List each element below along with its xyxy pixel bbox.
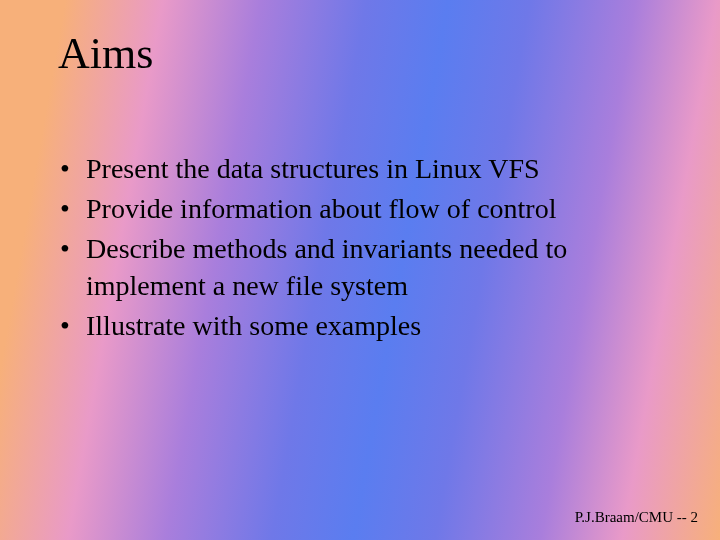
slide-footer: P.J.Braam/CMU -- 2 (575, 509, 698, 526)
bullet-list: Present the data structures in Linux VFS… (58, 150, 660, 347)
slide-title: Aims (58, 28, 153, 79)
slide: Aims Present the data structures in Linu… (0, 0, 720, 540)
list-item: Present the data structures in Linux VFS (58, 150, 660, 188)
list-item: Describe methods and invariants needed t… (58, 230, 660, 306)
list-item: Provide information about flow of contro… (58, 190, 660, 228)
list-item: Illustrate with some examples (58, 307, 660, 345)
